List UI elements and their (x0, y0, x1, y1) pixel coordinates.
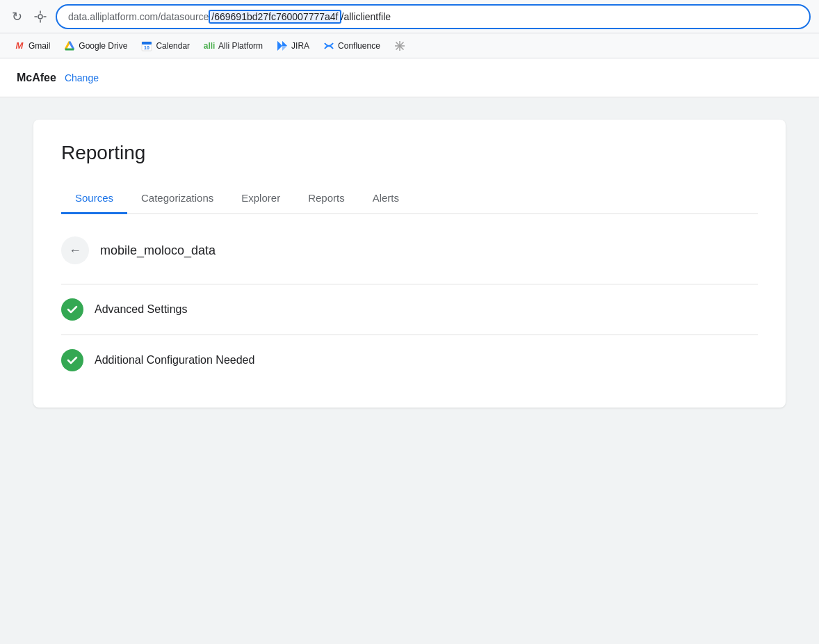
focus-icon (32, 8, 49, 25)
url-highlight: /669691bd27fc760007777a4f (209, 10, 341, 24)
svg-line-3 (70, 42, 74, 49)
bookmark-calendar-label: Calendar (156, 41, 190, 51)
settings-label-additional-config: Additional Configuration Needed (95, 354, 254, 367)
svg-rect-6 (142, 42, 152, 45)
app-header: McAfee Change (0, 58, 819, 97)
change-link[interactable]: Change (65, 72, 99, 83)
svg-line-2 (65, 42, 70, 49)
snowflake-icon (394, 40, 405, 51)
bookmark-drive-label: Google Drive (79, 41, 127, 51)
tab-categorizations[interactable]: Categorizations (127, 184, 227, 214)
tab-alerts[interactable]: Alerts (359, 184, 413, 214)
address-bar[interactable]: data.alliplatform.com/datasource/669691b… (56, 4, 811, 29)
bookmark-more[interactable] (389, 38, 411, 54)
bookmark-alli-label: Alli Platform (218, 41, 263, 51)
settings-item-additional-config[interactable]: Additional Configuration Needed (61, 335, 758, 385)
bookmark-confluence[interactable]: Confluence (318, 38, 386, 54)
bookmarks-bar: M Gmail Google Drive 10 Calendar alli (0, 33, 819, 58)
bookmark-drive[interactable]: Google Drive (58, 38, 133, 54)
tab-explorer[interactable]: Explorer (227, 184, 294, 214)
svg-marker-9 (277, 41, 282, 46)
bookmark-gmail[interactable]: M Gmail (8, 38, 56, 54)
refresh-button[interactable]: ↻ (8, 8, 25, 25)
source-name: mobile_moloco_data (100, 243, 216, 258)
svg-point-0 (38, 15, 42, 19)
svg-marker-8 (282, 41, 287, 46)
alli-icon: alli (204, 40, 215, 51)
tabs-container: Sources Categorizations Explorer Reports… (61, 184, 758, 214)
main-content: Reporting Sources Categorizations Explor… (0, 97, 819, 644)
jira-icon (277, 40, 288, 51)
page-title: Reporting (61, 142, 758, 164)
source-nav: ← mobile_moloco_data (61, 236, 758, 264)
bookmark-jira-label: JIRA (291, 41, 309, 51)
settings-label-advanced: Advanced Settings (95, 303, 187, 316)
svg-text:10: 10 (144, 45, 149, 50)
company-name: McAfee (17, 72, 56, 84)
url-prefix: data.alliplatform.com/datasource (68, 11, 209, 22)
bookmark-alli[interactable]: alli Alli Platform (198, 38, 268, 54)
check-icon-additional-config (61, 349, 83, 371)
drive-icon (64, 40, 75, 51)
back-button[interactable]: ← (61, 236, 89, 264)
content-card: Reporting Sources Categorizations Explor… (33, 120, 786, 408)
bookmark-calendar[interactable]: 10 Calendar (136, 38, 195, 54)
url-suffix: /alliclientfile (341, 11, 391, 22)
confluence-icon (323, 40, 334, 51)
calendar-icon: 10 (141, 40, 152, 51)
bookmark-gmail-label: Gmail (29, 41, 50, 51)
bookmark-confluence-label: Confluence (338, 41, 380, 51)
bookmark-jira[interactable]: JIRA (271, 38, 315, 54)
settings-item-advanced[interactable]: Advanced Settings (61, 284, 758, 335)
check-icon-advanced (61, 298, 83, 321)
settings-list: Advanced Settings Additional Configurati… (61, 284, 758, 385)
gmail-icon: M (14, 40, 25, 51)
tab-sources[interactable]: Sources (61, 184, 127, 214)
tab-reports[interactable]: Reports (294, 184, 359, 214)
browser-bar: ↻ data.alliplatform.com/datasource/66969… (0, 0, 819, 33)
